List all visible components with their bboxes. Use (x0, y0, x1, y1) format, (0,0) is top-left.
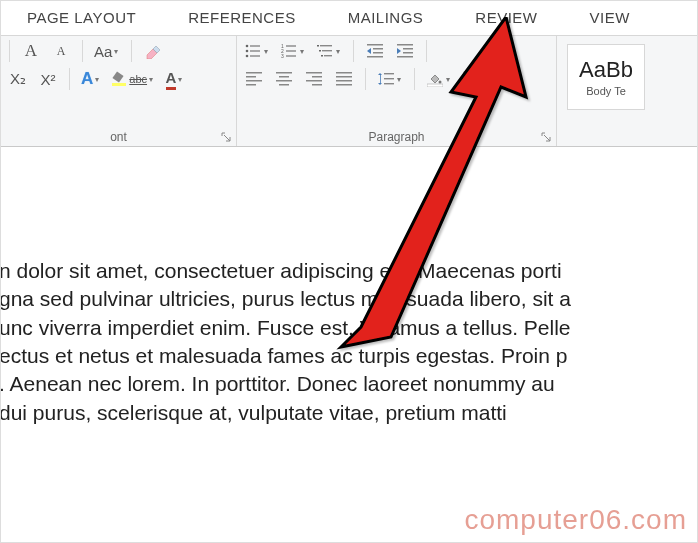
borders-button[interactable]: ▾ (461, 68, 489, 90)
svg-rect-34 (276, 80, 292, 82)
decrease-indent-button[interactable] (364, 40, 386, 62)
change-case-button[interactable]: Aa▾ (93, 40, 121, 62)
increase-indent-button[interactable] (394, 40, 416, 62)
paragraph-row-2: ▾ ▾ ▾ (243, 68, 550, 90)
doc-line: dui purus, scelerisque at, vulputate vit… (0, 399, 697, 427)
ribbon-tab-bar: PAGE LAYOUT REFERENCES MAILINGS REVIEW V… (1, 1, 697, 35)
svg-rect-46 (384, 78, 394, 79)
doc-line: unc viverra imperdiet enim. Fusce est. V… (0, 314, 697, 342)
styles-group: AaBb Body Te (557, 36, 677, 146)
svg-rect-5 (250, 50, 260, 51)
clear-formatting-button[interactable] (142, 40, 164, 62)
shrink-font-button[interactable]: A (50, 40, 72, 62)
font-color-button[interactable]: A▾ (164, 68, 186, 90)
paragraph-dialog-launcher[interactable] (539, 130, 553, 144)
style-sample: AaBb (579, 57, 633, 83)
document-page[interactable]: n dolor sit amet, consectetuer adipiscin… (1, 247, 697, 427)
svg-rect-41 (336, 76, 352, 78)
align-right-icon (305, 70, 323, 88)
paragraph-row-1: ▾ 123 ▾ ▾ (243, 40, 550, 62)
justify-button[interactable] (333, 68, 355, 90)
svg-rect-18 (321, 55, 323, 57)
svg-point-2 (246, 45, 249, 48)
svg-point-4 (246, 50, 249, 53)
align-center-button[interactable] (273, 68, 295, 90)
svg-rect-1 (112, 83, 126, 86)
align-right-button[interactable] (303, 68, 325, 90)
doc-line: gna sed pulvinar ultricies, purus lectus… (0, 285, 697, 313)
svg-rect-22 (373, 52, 383, 54)
svg-rect-43 (336, 84, 352, 86)
svg-rect-42 (336, 80, 352, 82)
align-left-icon (245, 70, 263, 88)
svg-rect-23 (367, 56, 383, 58)
doc-line: n dolor sit amet, consectetuer adipiscin… (0, 257, 697, 285)
grow-font-button[interactable]: A (20, 40, 42, 62)
font-row-2: X₂ X² A▾ abc▾ A▾ (7, 68, 230, 90)
svg-rect-37 (312, 76, 322, 78)
shading-button[interactable]: ▾ (425, 68, 453, 90)
svg-rect-25 (403, 48, 413, 50)
svg-rect-27 (397, 56, 413, 58)
bullet-list-button[interactable]: ▾ (243, 40, 271, 62)
paint-bucket-icon (426, 70, 444, 88)
svg-rect-26 (403, 52, 413, 54)
svg-rect-20 (367, 44, 383, 46)
bullet-list-icon (244, 42, 262, 60)
highlighter-icon (111, 70, 129, 88)
svg-rect-7 (250, 55, 260, 56)
svg-point-6 (246, 55, 249, 58)
svg-rect-33 (279, 76, 289, 78)
font-dialog-launcher[interactable] (219, 130, 233, 144)
line-spacing-icon (377, 70, 395, 88)
svg-rect-47 (384, 83, 394, 84)
svg-rect-28 (246, 72, 262, 74)
svg-rect-9 (286, 45, 296, 46)
svg-rect-29 (246, 76, 256, 78)
indent-icon (396, 42, 414, 60)
svg-point-48 (439, 81, 442, 84)
superscript-button[interactable]: X² (37, 68, 59, 90)
tab-references[interactable]: REFERENCES (162, 1, 322, 35)
tab-page-layout[interactable]: PAGE LAYOUT (1, 1, 162, 35)
line-spacing-button[interactable]: ▾ (376, 68, 404, 90)
svg-rect-21 (373, 48, 383, 50)
svg-rect-40 (336, 72, 352, 74)
multilevel-list-button[interactable]: ▾ (315, 40, 343, 62)
paragraph-group-label: Paragraph (243, 128, 550, 144)
svg-rect-16 (319, 50, 321, 52)
subscript-button[interactable]: X₂ (7, 68, 29, 90)
tab-view[interactable]: VIEW (564, 1, 656, 35)
number-list-icon: 123 (280, 42, 298, 60)
font-group-label: ont (7, 128, 230, 144)
style-body-text[interactable]: AaBb Body Te (567, 44, 645, 110)
doc-line: . Aenean nec lorem. In porttitor. Donec … (0, 370, 697, 398)
svg-rect-32 (276, 72, 292, 74)
justify-icon (335, 70, 353, 88)
watermark-text: computer06.com (464, 504, 687, 536)
align-left-button[interactable] (243, 68, 265, 90)
ribbon-body: A A Aa▾ X₂ X² A▾ abc▾ (1, 35, 697, 147)
multilevel-list-icon (316, 42, 334, 60)
outdent-icon (366, 42, 384, 60)
align-center-icon (275, 70, 293, 88)
highlight-button[interactable]: abc▾ (110, 68, 156, 90)
font-row-1: A A Aa▾ (7, 40, 230, 62)
document-area: n dolor sit amet, consectetuer adipiscin… (1, 147, 697, 427)
svg-rect-49 (427, 84, 443, 87)
borders-icon (462, 70, 480, 88)
svg-rect-45 (384, 73, 394, 74)
text-effects-button[interactable]: A▾ (80, 68, 102, 90)
number-list-button[interactable]: 123 ▾ (279, 40, 307, 62)
svg-rect-19 (324, 55, 332, 56)
svg-rect-3 (250, 45, 260, 46)
svg-rect-13 (286, 55, 296, 56)
tab-review[interactable]: REVIEW (449, 1, 563, 35)
svg-rect-17 (322, 50, 332, 51)
font-group: A A Aa▾ X₂ X² A▾ abc▾ (1, 36, 237, 146)
svg-rect-14 (317, 45, 319, 47)
paragraph-group: ▾ 123 ▾ ▾ (237, 36, 557, 146)
svg-rect-35 (279, 84, 289, 86)
tab-mailings[interactable]: MAILINGS (322, 1, 450, 35)
eraser-icon (144, 42, 162, 60)
